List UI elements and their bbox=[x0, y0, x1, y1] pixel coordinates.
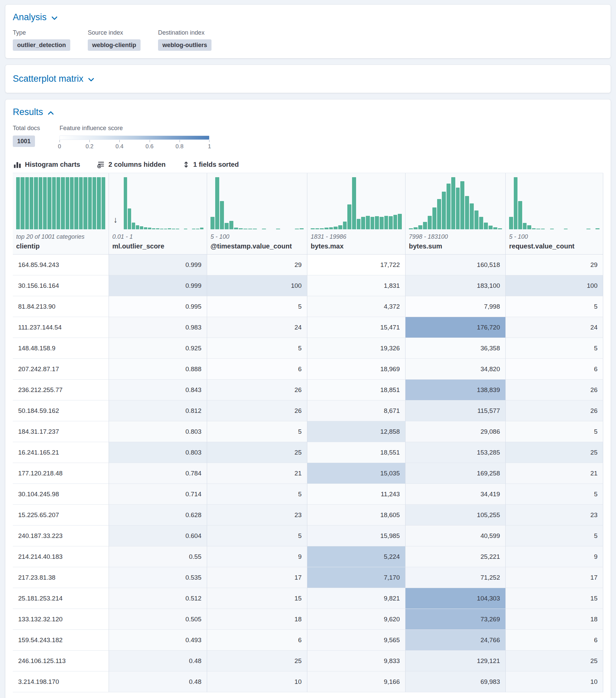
grid-cell[interactable]: 5 bbox=[207, 526, 307, 546]
grid-cell[interactable]: 25 bbox=[506, 651, 603, 671]
grid-cell[interactable]: 25 bbox=[207, 442, 307, 463]
grid-cell[interactable]: 9 bbox=[506, 546, 603, 567]
grid-cell[interactable]: 15,035 bbox=[307, 463, 406, 484]
grid-cell[interactable]: 207.242.87.17 bbox=[13, 359, 109, 380]
grid-cell[interactable]: 15 bbox=[506, 588, 603, 609]
column-header-@timestamp.value_count[interactable]: 5 - 100@timestamp.value_count bbox=[207, 173, 307, 254]
grid-cell[interactable]: 0.628 bbox=[109, 505, 207, 526]
grid-cell[interactable]: 177.120.218.48 bbox=[13, 463, 109, 484]
grid-cell[interactable]: 0.505 bbox=[109, 609, 207, 630]
grid-cell[interactable]: 71,252 bbox=[406, 567, 506, 588]
grid-cell[interactable]: 100 bbox=[506, 275, 603, 296]
grid-cell[interactable]: 3.214.198.170 bbox=[13, 671, 109, 692]
grid-cell[interactable]: 29,086 bbox=[406, 421, 506, 442]
grid-cell[interactable]: 105,255 bbox=[406, 505, 506, 526]
grid-cell[interactable]: 17 bbox=[207, 567, 307, 588]
columns-hidden-button[interactable]: 2 columns hidden bbox=[97, 161, 166, 168]
grid-cell[interactable]: 17 bbox=[506, 567, 603, 588]
grid-cell[interactable]: 0.803 bbox=[109, 421, 207, 442]
grid-cell[interactable]: 29 bbox=[506, 254, 603, 275]
grid-cell[interactable]: 5 bbox=[207, 484, 307, 505]
grid-cell[interactable]: 6 bbox=[506, 630, 603, 651]
grid-cell[interactable]: 184.31.17.237 bbox=[13, 421, 109, 442]
column-header-clientip[interactable]: top 20 of 1001 categoriesclientip bbox=[13, 173, 109, 254]
grid-cell[interactable]: 6 bbox=[207, 630, 307, 651]
grid-cell[interactable]: 176,720 bbox=[406, 317, 506, 338]
grid-cell[interactable]: 29 bbox=[207, 254, 307, 275]
grid-cell[interactable]: 148.48.158.9 bbox=[13, 338, 109, 359]
grid-cell[interactable]: 0.55 bbox=[109, 546, 207, 567]
grid-cell[interactable]: 133.132.32.120 bbox=[13, 609, 109, 630]
grid-cell[interactable]: 25 bbox=[207, 651, 307, 671]
grid-cell[interactable]: 138,839 bbox=[406, 380, 506, 401]
grid-cell[interactable]: 15 bbox=[207, 588, 307, 609]
grid-cell[interactable]: 129,121 bbox=[406, 651, 506, 671]
grid-cell[interactable]: 5 bbox=[207, 296, 307, 317]
grid-cell[interactable]: 0.714 bbox=[109, 484, 207, 505]
grid-cell[interactable]: 40,599 bbox=[406, 526, 506, 546]
grid-cell[interactable]: 18,605 bbox=[307, 505, 406, 526]
grid-cell[interactable]: 236.212.255.77 bbox=[13, 380, 109, 401]
grid-cell[interactable]: 15,471 bbox=[307, 317, 406, 338]
grid-cell[interactable]: 0.512 bbox=[109, 588, 207, 609]
grid-cell[interactable]: 30.156.16.164 bbox=[13, 275, 109, 296]
grid-cell[interactable]: 18,551 bbox=[307, 442, 406, 463]
column-header-bytes.sum[interactable]: 7998 - 183100bytes.sum bbox=[406, 173, 506, 254]
grid-cell[interactable]: 34,820 bbox=[406, 359, 506, 380]
grid-cell[interactable]: 34,419 bbox=[406, 484, 506, 505]
grid-cell[interactable]: 8,671 bbox=[307, 401, 406, 421]
grid-cell[interactable]: 0.995 bbox=[109, 296, 207, 317]
analysis-accordion-toggle[interactable]: Analysis bbox=[13, 12, 58, 23]
grid-cell[interactable]: 24,766 bbox=[406, 630, 506, 651]
grid-cell[interactable]: 5 bbox=[207, 338, 307, 359]
grid-cell[interactable]: 16.241.165.21 bbox=[13, 442, 109, 463]
grid-cell[interactable]: 15,985 bbox=[307, 526, 406, 546]
grid-cell[interactable]: 23 bbox=[506, 505, 603, 526]
grid-cell[interactable]: 10 bbox=[506, 671, 603, 692]
grid-cell[interactable]: 24 bbox=[506, 317, 603, 338]
grid-cell[interactable]: 160,518 bbox=[406, 254, 506, 275]
grid-cell[interactable]: 7,998 bbox=[406, 296, 506, 317]
grid-cell[interactable]: 217.23.81.38 bbox=[13, 567, 109, 588]
grid-cell[interactable]: 0.843 bbox=[109, 380, 207, 401]
grid-cell[interactable]: 0.888 bbox=[109, 359, 207, 380]
grid-cell[interactable]: 18 bbox=[207, 609, 307, 630]
grid-cell[interactable]: 81.84.213.90 bbox=[13, 296, 109, 317]
grid-cell[interactable]: 169,258 bbox=[406, 463, 506, 484]
grid-cell[interactable]: 10 bbox=[207, 671, 307, 692]
grid-cell[interactable]: 6 bbox=[207, 359, 307, 380]
scatterplot-accordion-toggle[interactable]: Scatterplot matrix bbox=[13, 74, 95, 84]
grid-cell[interactable]: 0.999 bbox=[109, 275, 207, 296]
grid-cell[interactable]: 9,821 bbox=[307, 588, 406, 609]
grid-cell[interactable]: 0.925 bbox=[109, 338, 207, 359]
grid-cell[interactable]: 18,851 bbox=[307, 380, 406, 401]
grid-cell[interactable]: 9 bbox=[207, 546, 307, 567]
grid-cell[interactable]: 0.48 bbox=[109, 671, 207, 692]
grid-cell[interactable]: 5 bbox=[506, 338, 603, 359]
column-header-request.value_count[interactable]: 5 - 100request.value_count bbox=[506, 173, 603, 254]
grid-cell[interactable]: 25,221 bbox=[406, 546, 506, 567]
grid-cell[interactable]: 115,577 bbox=[406, 401, 506, 421]
results-accordion-toggle[interactable]: Results bbox=[13, 107, 55, 117]
grid-cell[interactable]: 0.535 bbox=[109, 567, 207, 588]
grid-cell[interactable]: 5,224 bbox=[307, 546, 406, 567]
grid-cell[interactable]: 164.85.94.243 bbox=[13, 254, 109, 275]
grid-cell[interactable]: 1,831 bbox=[307, 275, 406, 296]
grid-cell[interactable]: 5 bbox=[506, 421, 603, 442]
grid-cell[interactable]: 19,326 bbox=[307, 338, 406, 359]
grid-cell[interactable]: 246.106.125.113 bbox=[13, 651, 109, 671]
grid-cell[interactable]: 73,269 bbox=[406, 609, 506, 630]
fields-sorted-button[interactable]: 1 fields sorted bbox=[183, 161, 239, 168]
grid-cell[interactable]: 5 bbox=[506, 526, 603, 546]
grid-cell[interactable]: 50.184.59.162 bbox=[13, 401, 109, 421]
grid-cell[interactable]: 26 bbox=[207, 401, 307, 421]
grid-cell[interactable]: 7,170 bbox=[307, 567, 406, 588]
grid-cell[interactable]: 9,833 bbox=[307, 651, 406, 671]
grid-cell[interactable]: 11,243 bbox=[307, 484, 406, 505]
grid-cell[interactable]: 9,620 bbox=[307, 609, 406, 630]
grid-cell[interactable]: 0.999 bbox=[109, 254, 207, 275]
grid-cell[interactable]: 240.187.33.223 bbox=[13, 526, 109, 546]
grid-cell[interactable]: 104,303 bbox=[406, 588, 506, 609]
grid-cell[interactable]: 12,858 bbox=[307, 421, 406, 442]
grid-cell[interactable]: 30.104.245.98 bbox=[13, 484, 109, 505]
